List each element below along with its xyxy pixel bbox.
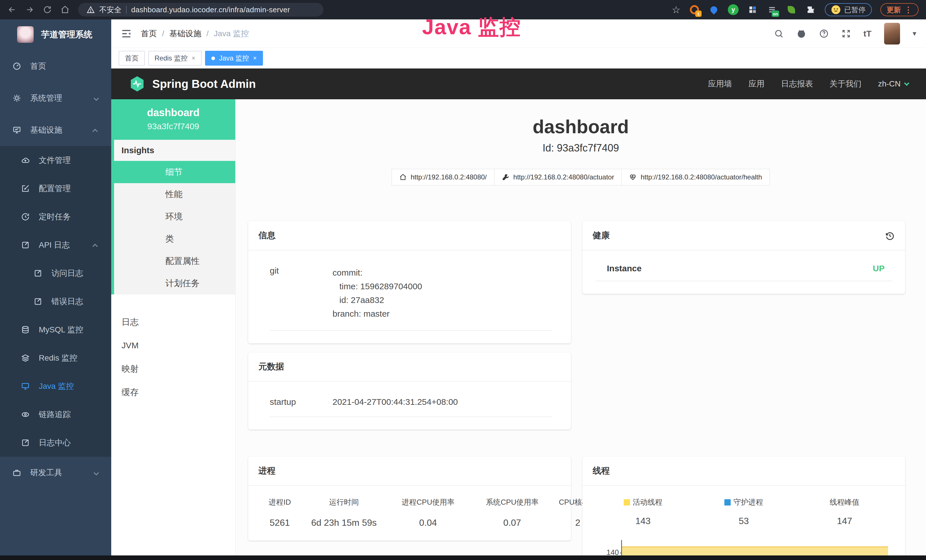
infra-submenu: 文件管理 配置管理 定时任务 API 日志 访问日志 错误日志 (0, 146, 111, 457)
fullscreen-icon[interactable] (841, 29, 851, 38)
history-icon[interactable] (885, 230, 895, 241)
window-bottom-edge (0, 555, 926, 560)
process-value: 0.07 (469, 518, 555, 528)
process-value: 5261 (259, 518, 301, 528)
forward-icon[interactable] (25, 5, 34, 14)
sba-item-config-props[interactable]: 配置属性 (114, 250, 235, 272)
sba-language-select[interactable]: zh-CN (878, 79, 908, 88)
sba-instance-name: dashboard (114, 107, 232, 119)
sba-brand[interactable]: Spring Boot Admin (130, 76, 256, 92)
sidebar-item-error-log[interactable]: 错误日志 (0, 287, 111, 316)
reload-icon[interactable] (43, 5, 52, 14)
leaf-extension-icon[interactable] (786, 4, 797, 15)
colorzilla-extension-icon[interactable]: 1 (689, 4, 700, 15)
actuator-url-button[interactable]: http://192.168.0.2:48080/actuator (494, 169, 622, 185)
collapse-sidebar-icon[interactable] (121, 28, 132, 39)
user-avatar[interactable] (884, 23, 900, 44)
sidebar-item-java[interactable]: Java 监控 (0, 372, 111, 400)
switch-extension-icon[interactable]: on (767, 4, 778, 15)
health-card-title: 健康 (593, 230, 610, 241)
sba-nav-wallboard[interactable]: 应用墙 (708, 79, 732, 89)
font-size-icon[interactable]: tT (864, 29, 872, 38)
address-bar[interactable]: 不安全 dashboard.yudao.iocoder.cn/infra/adm… (78, 3, 324, 17)
y-extension-icon[interactable]: y (728, 4, 738, 15)
grid-extension-icon[interactable] (747, 4, 758, 15)
breadcrumb-home[interactable]: 首页 (141, 28, 157, 39)
tab-redis-monitor[interactable]: Redis 监控 × (148, 51, 202, 66)
help-icon[interactable] (819, 29, 829, 38)
tab-home[interactable]: 首页 (119, 51, 145, 66)
sidebar-item-api-log[interactable]: API 日志 (0, 231, 111, 259)
github-icon[interactable] (796, 29, 806, 39)
metadata-card: 元数据 startup 2021-04-27T00:44:31.254+08:0… (248, 352, 571, 430)
sba-logo-icon (130, 76, 145, 92)
java-monitor-icon (21, 382, 30, 390)
back-icon[interactable] (8, 5, 17, 14)
sba-item-mappings[interactable]: 映射 (111, 357, 235, 381)
sidebar-item-file[interactable]: 文件管理 (0, 146, 111, 174)
wrench-icon (502, 173, 509, 181)
sidebar-item-job[interactable]: 定时任务 (0, 203, 111, 231)
gear-icon (12, 94, 22, 102)
pin-extension-icon[interactable] (708, 4, 719, 15)
breadcrumb-infra[interactable]: 基础设施 (169, 28, 201, 39)
tab-java-monitor[interactable]: Java 监控 × (205, 51, 263, 66)
annotation-java-monitor: Java 监控 (422, 13, 521, 42)
health-url-button[interactable]: http://192.168.0.2:48080/actuator/health (622, 169, 770, 185)
divider (270, 416, 552, 417)
sidebar-item-infra[interactable]: 基础设施 (0, 114, 111, 146)
sba-nav-about[interactable]: 关于我们 (830, 79, 861, 89)
service-url-button[interactable]: http://192.168.0.2:48080/ (392, 169, 495, 185)
sidebar-item-home[interactable]: 首页 (0, 50, 111, 82)
process-header: 运行时间 (301, 497, 387, 507)
sidebar-item-system[interactable]: 系统管理 (0, 82, 111, 114)
sba-instance-header[interactable]: dashboard 93a3fc7f7409 (111, 99, 235, 140)
puzzle-extension-icon[interactable] (805, 4, 816, 15)
sba-instance-id: 93a3fc7f7409 (114, 121, 232, 131)
live-threads-value: 143 (593, 516, 693, 526)
sba-item-environment[interactable]: 环境 (114, 206, 235, 228)
cloud-upload-icon (21, 156, 30, 165)
chevron-up-icon (94, 126, 98, 135)
sba-item-classes[interactable]: 类 (114, 228, 235, 250)
breadcrumb: 首页 / 基础设施 / Java 监控 (141, 28, 249, 39)
process-card: 进程 进程ID 运行时间 进程CPU使用率 系统CPU使用率 CPU核心数 52… (248, 456, 571, 540)
process-value: 0.04 (387, 518, 469, 528)
close-icon[interactable]: × (192, 54, 195, 62)
sba-item-metrics[interactable]: 性能 (114, 183, 235, 206)
instance-label: Instance (607, 263, 642, 273)
url-text[interactable]: dashboard.yudao.iocoder.cn/infra/admin-s… (131, 5, 290, 14)
smiley-icon (831, 5, 841, 15)
sba-item-logs[interactable]: 日志 (111, 310, 235, 334)
app-logo (17, 26, 34, 43)
sidebar-item-trace[interactable]: 链路追踪 (0, 400, 111, 428)
kebab-menu-icon[interactable]: ⋮ (904, 5, 912, 15)
close-icon[interactable]: × (253, 54, 257, 62)
sba-item-caches[interactable]: 缓存 (111, 381, 235, 404)
process-header: 进程CPU使用率 (387, 497, 469, 507)
sba-item-scheduled-tasks[interactable]: 计划任务 (114, 272, 235, 294)
access-log-icon (33, 269, 43, 278)
database-icon (21, 325, 30, 334)
bookmark-star-icon[interactable]: ☆ (672, 4, 681, 15)
sba-nav-journal[interactable]: 日志报表 (781, 79, 813, 89)
sba-item-jvm[interactable]: JVM (111, 334, 235, 357)
instance-links: http://192.168.0.2:48080/ http://192.168… (236, 169, 926, 185)
browser-home-icon[interactable] (61, 5, 70, 14)
sba-nav-applications[interactable]: 应用 (749, 79, 764, 89)
sidebar-item-log-center[interactable]: 日志中心 (0, 428, 111, 457)
search-icon[interactable] (774, 29, 784, 38)
security-label[interactable]: 不安全 (99, 5, 121, 15)
peak-threads-value: 147 (794, 516, 895, 526)
sidebar-item-config[interactable]: 配置管理 (0, 174, 111, 203)
sidebar-item-devtools[interactable]: 研发工具 (0, 457, 111, 489)
sba-item-details[interactable]: 细节 (114, 161, 235, 183)
sidebar-item-redis[interactable]: Redis 监控 (0, 344, 111, 372)
user-menu-caret-icon[interactable]: ▾ (912, 29, 916, 38)
heartbeat-icon (629, 173, 637, 181)
metadata-card-title: 元数据 (248, 352, 571, 382)
sidebar-item-mysql[interactable]: MySQL 监控 (0, 316, 111, 344)
paused-button[interactable]: 已暂停 (825, 3, 872, 16)
update-button[interactable]: 更新 ⋮ (881, 3, 918, 16)
sidebar-item-access-log[interactable]: 访问日志 (0, 259, 111, 287)
